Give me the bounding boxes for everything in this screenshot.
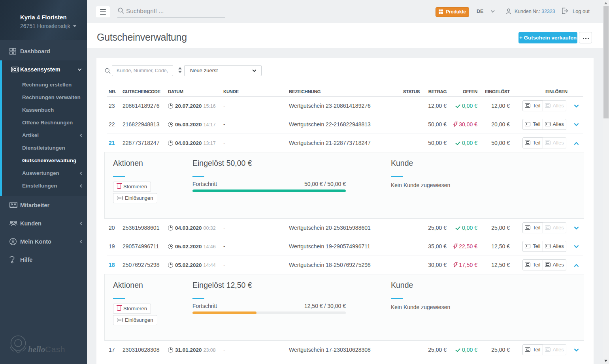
svg-text:hello: hello <box>28 345 45 354</box>
svg-text:Cash: Cash <box>45 345 65 354</box>
